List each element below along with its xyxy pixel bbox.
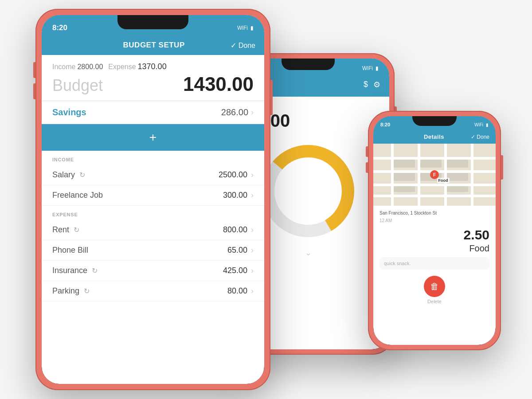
- parking-item[interactable]: Parking ↻ 80.00 ›: [42, 281, 264, 301]
- expense-section-header: EXPENSE: [42, 206, 264, 220]
- budget-summary: Income 2800.00 Expense 1370.00 Budget 14…: [42, 55, 264, 101]
- insurance-left: Insurance ↻: [52, 266, 98, 275]
- expense-value: 1370.00: [138, 62, 167, 71]
- budget-label: Budget: [52, 76, 103, 95]
- phone3-power: [501, 155, 503, 180]
- phone3-vol-down: [366, 162, 368, 173]
- parking-right: 80.00 ›: [227, 286, 254, 296]
- power-button-shape: [270, 80, 273, 115]
- income-section-label: INCOME: [52, 157, 74, 162]
- salary-name: Salary: [52, 170, 75, 180]
- map-block-8: [447, 186, 468, 192]
- map-block-6: [447, 173, 468, 181]
- parking-name: Parking: [52, 286, 79, 296]
- wifi-icon: WiFi: [237, 25, 248, 31]
- map-block-4: [394, 173, 415, 181]
- parking-left: Parking ↻: [52, 286, 90, 296]
- savings-chevron-icon: ›: [251, 108, 254, 117]
- income-expense-row: Income 2800.00 Expense 1370.00: [52, 62, 254, 71]
- details-category: Food: [379, 243, 489, 254]
- phone3-done-button[interactable]: ✓ Done: [471, 134, 489, 140]
- rent-recurring-icon: ↻: [74, 226, 79, 234]
- savings-value: 286.00: [221, 107, 248, 117]
- phone3-nav-bar: Details ✓ Done: [373, 131, 496, 144]
- savings-label: Savings: [52, 107, 86, 117]
- power-button: [270, 80, 273, 115]
- phone3-nav-title: Details: [424, 133, 444, 140]
- january-header-icons: $ ⚙: [364, 80, 380, 90]
- salary-chevron-icon: ›: [251, 170, 254, 180]
- details-address: San Francisco, 1 Stockton St: [379, 210, 489, 216]
- phone1-notch: [117, 15, 188, 29]
- volume-down-button: [33, 83, 35, 99]
- volume-up-button: [33, 62, 35, 78]
- rent-value: 800.00: [223, 225, 247, 235]
- expense-label: Expense: [108, 63, 136, 71]
- details-time: 12 AM: [379, 218, 489, 223]
- map-food-label: Food: [437, 178, 450, 183]
- phone2-notch: [282, 59, 335, 70]
- parking-chevron-icon: ›: [251, 286, 254, 296]
- map-block-2: [420, 160, 442, 168]
- delete-button[interactable]: 🗑: [424, 276, 445, 297]
- insurance-chevron-icon: ›: [251, 266, 254, 275]
- phone3-battery-icon: ▮: [486, 122, 489, 127]
- insurance-item[interactable]: Insurance ↻ 425.00 ›: [42, 261, 264, 281]
- phone2-status-icons: WiFi ▮: [362, 65, 379, 71]
- phone1-inner: 8:20 WiFi ▮ BUDGET SETUP ✓ Done Income: [42, 15, 264, 384]
- details-note: quick snack.: [379, 257, 489, 270]
- salary-recurring-icon: ↻: [79, 171, 85, 179]
- income-section-header: INCOME: [42, 151, 264, 165]
- freelance-value: 300.00: [223, 191, 247, 200]
- rent-left: Rent ↻: [52, 225, 79, 235]
- map-container: F Food: [373, 144, 496, 206]
- phone3-screen: 8:20 WiFi ▮ Details ✓ Done: [373, 116, 496, 345]
- income-value: 2800.00: [77, 63, 103, 71]
- parking-recurring-icon: ↻: [84, 287, 90, 295]
- details-amount: 2.50: [379, 227, 489, 243]
- trash-icon: 🗑: [430, 282, 439, 292]
- add-icon: +: [149, 130, 156, 144]
- volume-buttons: [33, 62, 35, 99]
- phone3-notch: [412, 116, 457, 126]
- phone1-nav-title: BUDGET SETUP: [123, 41, 185, 50]
- phone-details: 8:20 WiFi ▮ Details ✓ Done: [368, 111, 501, 350]
- phone-bill-item[interactable]: Phone Bill 65.00 ›: [42, 240, 264, 261]
- insurance-value: 425.00: [223, 266, 247, 275]
- phone2-wifi-icon: WiFi: [362, 65, 373, 71]
- map-block-7: [394, 186, 415, 192]
- donut-chart: [259, 142, 357, 240]
- budget-row: Budget 1430.00: [52, 73, 254, 95]
- insurance-recurring-icon: ↻: [92, 266, 98, 275]
- freelance-right: 300.00 ›: [223, 191, 254, 200]
- phone1-status-icons: WiFi ▮: [237, 25, 254, 31]
- details-body: San Francisco, 1 Stockton St 12 AM 2.50 …: [373, 206, 496, 309]
- settings-icon[interactable]: ⚙: [373, 80, 380, 90]
- add-button[interactable]: +: [42, 124, 264, 151]
- location-pin-icon: F: [430, 170, 439, 179]
- salary-item[interactable]: Salary ↻ 2500.00 ›: [42, 165, 264, 185]
- dollar-icon[interactable]: $: [364, 80, 368, 90]
- savings-right: 286.00 ›: [221, 107, 254, 117]
- phone3-wifi-icon: WiFi: [474, 122, 483, 127]
- income-label: Income: [52, 63, 75, 71]
- map-block-1: [394, 160, 415, 168]
- freelance-item[interactable]: Freelance Job 300.00 ›: [42, 185, 264, 206]
- phone-bill-chevron-icon: ›: [251, 246, 254, 255]
- phone1-time: 8:20: [52, 23, 67, 32]
- map-block-3: [447, 160, 468, 168]
- rent-chevron-icon: ›: [251, 225, 254, 235]
- rent-right: 800.00 ›: [223, 225, 254, 235]
- phone3-vol-up: [366, 146, 368, 157]
- freelance-left: Freelance Job: [52, 191, 103, 200]
- phone-budget-setup: 8:20 WiFi ▮ BUDGET SETUP ✓ Done Income: [35, 9, 270, 390]
- phone1-done-button[interactable]: ✓ Done: [231, 41, 255, 50]
- insurance-name: Insurance: [52, 266, 87, 275]
- insurance-right: 425.00 ›: [223, 266, 254, 275]
- savings-row[interactable]: Savings 286.00 ›: [42, 101, 264, 124]
- phone-bill-right: 65.00 ›: [227, 246, 254, 255]
- salary-value: 2500.00: [219, 170, 247, 180]
- rent-item[interactable]: Rent ↻ 800.00 ›: [42, 220, 264, 240]
- rent-name: Rent: [52, 225, 69, 235]
- phone3-time: 8:20: [380, 122, 390, 127]
